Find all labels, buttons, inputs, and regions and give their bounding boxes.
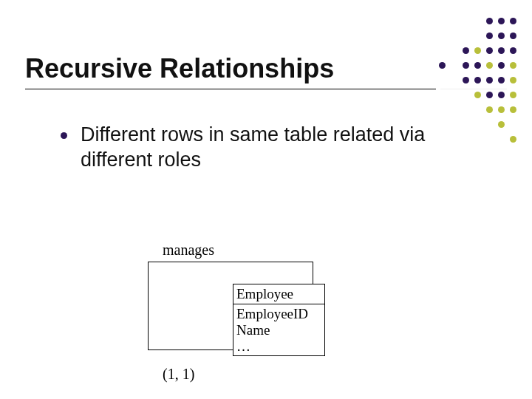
dot-olive-icon xyxy=(510,136,516,143)
entity-name: Employee xyxy=(233,286,324,304)
dot-dark-icon xyxy=(486,92,493,98)
dot-dark-icon xyxy=(463,47,469,54)
entity-box: Employee EmployeeID Name … xyxy=(233,284,325,356)
entity-attr: EmployeeID xyxy=(236,306,321,322)
dot-dark-icon xyxy=(463,77,469,83)
dot-dark-icon xyxy=(498,77,505,83)
title-underline xyxy=(25,89,436,89)
er-diagram: manages → (0, *) (1, 1) ← reports to Emp… xyxy=(148,223,219,399)
dot-dark-icon xyxy=(474,77,481,83)
dot-olive-icon xyxy=(486,62,493,69)
dot-dark-icon xyxy=(498,18,505,24)
page-title: Recursive Relationships xyxy=(25,53,334,84)
dot-dark-icon xyxy=(439,62,446,69)
dot-olive-icon xyxy=(498,106,505,113)
dot-olive-icon xyxy=(486,106,493,113)
dot-dark-icon xyxy=(463,62,469,69)
bullet-item: Different rows in same table related via… xyxy=(61,123,474,173)
entity-attr: … xyxy=(236,338,321,355)
dot-dark-icon xyxy=(498,47,505,54)
dot-dark-icon xyxy=(510,33,516,39)
dot-olive-icon xyxy=(510,92,516,98)
dot-dark-icon xyxy=(486,47,493,54)
bullet-icon xyxy=(61,132,67,139)
dot-olive-icon xyxy=(498,121,505,128)
dot-dark-icon xyxy=(474,62,481,69)
dot-dark-icon xyxy=(486,33,493,39)
dot-olive-icon xyxy=(510,77,516,83)
entity-attr: Name xyxy=(236,322,321,338)
dot-dark-icon xyxy=(498,92,505,98)
dot-dark-icon xyxy=(510,47,516,54)
rel-line-reports: (1, 1) ← reports to xyxy=(148,347,219,399)
bullet-text: Different rows in same table related via… xyxy=(81,123,474,173)
dot-olive-icon xyxy=(474,47,481,54)
dot-olive-icon xyxy=(510,62,516,69)
dot-dark-icon xyxy=(486,77,493,83)
rel-manages-label: manages xyxy=(163,242,214,258)
dot-olive-icon xyxy=(474,92,481,98)
dot-dark-icon xyxy=(510,18,516,24)
dot-dark-icon xyxy=(486,18,493,24)
rel-reports-card: (1, 1) xyxy=(163,366,194,382)
dot-olive-icon xyxy=(510,106,516,113)
dot-dark-icon xyxy=(498,33,505,39)
title-underline-faint xyxy=(440,89,507,89)
dot-dark-icon xyxy=(498,62,505,69)
